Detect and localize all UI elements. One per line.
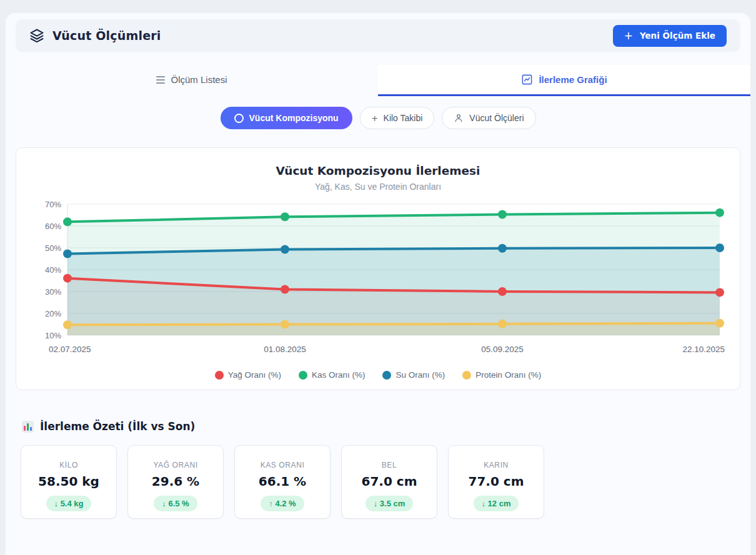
stat-label: KİLO [59,461,78,469]
chart-area: 10%20%30%40%50%60%70%02.07.202501.08.202… [29,199,727,368]
svg-text:10%: 10% [45,331,61,340]
plus-icon: + [372,113,378,124]
tab-progress-chart[interactable]: İlerleme Grafiği [378,65,750,96]
composition-chart-card: Vücut Kompozisyonu İlerlemesi Yağ, Kas, … [16,147,740,390]
legend-label: Kas Oranı (%) [312,370,366,380]
chart-legend: Yağ Oranı (%)Kas Oranı (%)Su Oranı (%)Pr… [29,370,727,380]
stat-change-badge: ↓ 6.5 % [154,496,197,511]
composition-chart: 10%20%30%40%50%60%70%02.07.202501.08.202… [29,199,725,365]
pill-body-composition[interactable]: Vücut Kompozisyonu [221,107,352,129]
svg-text:22.10.2025: 22.10.2025 [682,345,725,354]
stat-label: BEL [382,461,397,469]
legend-dot-icon [382,371,391,380]
summary-cards: KİLO 58.50 kg ↓ 5.4 kg YAĞ ORANI 29.6 % … [21,445,740,519]
legend-label: Su Oranı (%) [395,370,445,380]
pill-body-measures[interactable]: Vücut Ölçüleri [442,107,535,129]
body-measurements-page: Vücut Ölçümleri + Yeni Ölçüm Ekle Ölçüm … [5,12,751,555]
stat-change-badge: ↓ 12 cm [474,496,519,511]
pill-weight-tracking[interactable]: + Kilo Takibi [360,107,435,129]
legend-item[interactable]: Kas Oranı (%) [299,370,366,380]
svg-text:70%: 70% [45,200,61,209]
pill-label: Kilo Takibi [384,113,423,123]
stat-card-belly: KARIN 77.0 cm ↓ 12 cm [448,445,544,519]
legend-item[interactable]: Protein Oranı (%) [462,370,541,380]
list-icon [156,76,165,84]
person-icon [454,113,464,123]
legend-item[interactable]: Su Oranı (%) [382,370,445,380]
svg-text:01.08.2025: 01.08.2025 [264,345,306,354]
summary-heading: İlerleme Özeti (İlk vs Son) [22,420,750,433]
chart-type-filter: Vücut Kompozisyonu + Kilo Takibi Vücut Ö… [6,107,750,129]
legend-dot-icon [215,371,224,380]
add-measurement-label: Yeni Ölçüm Ekle [640,31,715,41]
svg-text:05.09.2025: 05.09.2025 [481,345,524,354]
tab-measurement-list[interactable]: Ölçüm Listesi [6,65,378,96]
pill-label: Vücut Ölçüleri [469,113,524,123]
add-measurement-button[interactable]: + Yeni Ölçüm Ekle [613,25,727,47]
summary-heading-label: İlerleme Özeti (İlk vs Son) [40,420,195,433]
plus-icon: + [624,31,633,41]
page-header: Vücut Ölçümleri + Yeni Ölçüm Ekle [16,19,740,52]
circle-icon [234,114,244,123]
stat-value: 29.6 % [152,474,199,489]
legend-dot-icon [299,371,307,380]
stat-label: KAS ORANI [261,461,305,469]
line-chart-icon [521,74,533,86]
pill-label: Vücut Kompozisyonu [249,113,339,123]
svg-text:50%: 50% [45,243,61,253]
main-tabs: Ölçüm Listesi İlerleme Grafiği [6,65,750,96]
stat-card-waist: BEL 67.0 cm ↓ 3.5 cm [341,445,437,519]
stat-change-badge: ↓ 3.5 cm [366,496,414,511]
stat-value: 58.50 kg [38,474,99,489]
svg-text:30%: 30% [45,287,61,297]
bar-chart-icon [22,421,34,433]
stat-card-kilo: KİLO 58.50 kg ↓ 5.4 kg [21,445,117,519]
stat-card-muscle: KAS ORANI 66.1 % ↑ 4.2 % [234,445,331,519]
svg-text:40%: 40% [45,265,61,275]
chart-subtitle: Yağ, Kas, Su ve Protein Oranları [29,182,727,192]
stat-label: YAĞ ORANI [153,461,197,469]
svg-text:20%: 20% [45,309,61,318]
stat-card-fat: YAĞ ORANI 29.6 % ↓ 6.5 % [127,445,224,519]
page-title: Vücut Ölçümleri [52,29,161,42]
legend-label: Yağ Oranı (%) [228,370,281,380]
stat-change-badge: ↓ 5.4 kg [46,496,92,511]
stat-value: 67.0 cm [361,474,417,489]
stat-label: KARIN [484,461,509,469]
legend-item[interactable]: Yağ Oranı (%) [215,370,281,380]
svg-text:60%: 60% [45,222,61,231]
page-header-left: Vücut Ölçümleri [29,28,161,43]
stat-value: 77.0 cm [468,474,524,489]
stat-change-badge: ↑ 4.2 % [261,496,304,511]
chart-title: Vücut Kompozisyonu İlerlemesi [29,164,727,177]
svg-text:02.07.2025: 02.07.2025 [49,345,91,354]
stat-value: 66.1 % [259,474,306,489]
legend-dot-icon [462,371,471,380]
layers-icon [29,28,44,43]
tab-label: Ölçüm Listesi [171,74,227,85]
legend-label: Protein Oranı (%) [475,370,541,380]
tab-label: İlerleme Grafiği [539,74,607,85]
